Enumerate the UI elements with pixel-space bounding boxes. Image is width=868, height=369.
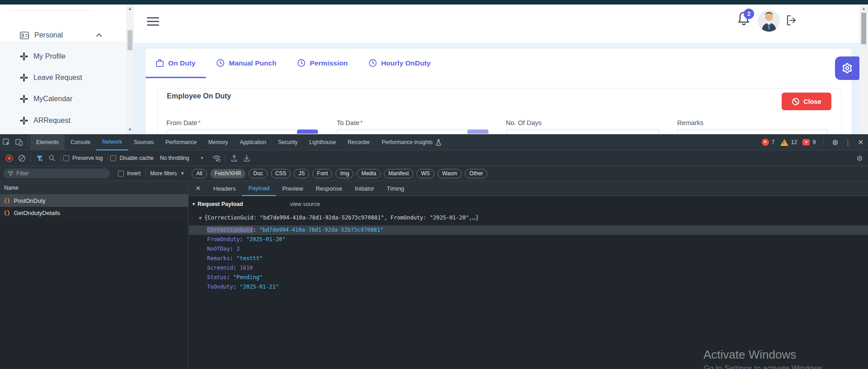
sidebar-item-leave-request[interactable]: Leave Request xyxy=(0,70,126,85)
request-row-postonduty[interactable]: {} PostOnDuty xyxy=(0,195,188,207)
filter-chip-other[interactable]: Other xyxy=(465,169,487,178)
notification-count-badge[interactable]: 2 xyxy=(744,9,754,19)
filter-input-wrap[interactable] xyxy=(3,168,110,178)
sidebar-item-my-profile[interactable]: My Profile xyxy=(0,49,126,64)
error-count-icon[interactable]: ✕ xyxy=(762,139,769,146)
request-list-name-header[interactable]: Name xyxy=(0,181,188,195)
tab-permission[interactable]: Permission xyxy=(297,59,348,67)
filter-funnel-icon[interactable] xyxy=(33,152,46,164)
clear-network-log-icon[interactable] xyxy=(15,152,28,164)
to-date-input[interactable] xyxy=(337,129,489,134)
invert-checkbox[interactable] xyxy=(118,171,124,177)
tab-manual-punch[interactable]: Manual Punch xyxy=(216,59,276,67)
scroll-up-arrow-icon[interactable]: ▲ xyxy=(859,5,868,12)
avatar[interactable] xyxy=(758,10,780,32)
filter-chip-media[interactable]: Media xyxy=(357,169,381,178)
page-scrollbar[interactable]: ▲ xyxy=(859,5,868,134)
devtools-tab-network[interactable]: Network xyxy=(96,135,128,150)
preserve-log-label[interactable]: Preserve log xyxy=(72,155,103,161)
from-date-picker-button[interactable] xyxy=(297,130,318,134)
devtools-settings-gear-icon[interactable] xyxy=(829,136,841,149)
throttling-select[interactable]: No throttling xyxy=(160,155,189,161)
inspect-element-icon[interactable] xyxy=(0,136,13,149)
filter-chip-fetch-xhr[interactable]: Fetch/XHR xyxy=(210,169,246,178)
scroll-down-arrow-icon[interactable]: ▼ xyxy=(126,126,134,133)
invert-label[interactable]: Invert xyxy=(127,170,141,177)
to-date-picker-button[interactable] xyxy=(467,130,488,134)
warning-count[interactable]: 12 xyxy=(791,139,797,145)
remarks-input[interactable] xyxy=(677,129,828,134)
detail-tab-headers[interactable]: Headers xyxy=(207,181,242,196)
filter-chip-manifest[interactable]: Manifest xyxy=(384,169,413,178)
filter-chip-ws[interactable]: WS xyxy=(416,169,434,178)
devtools-tab-application[interactable]: Application xyxy=(234,135,272,150)
filter-chip-wasm[interactable]: Wasm xyxy=(438,169,462,178)
issues-icon[interactable]: ✕ xyxy=(802,139,810,145)
tab-on-duty[interactable]: On Duty xyxy=(156,59,195,67)
detail-tab-payload[interactable]: Payload xyxy=(242,181,276,196)
sidebar-item-mycalendar[interactable]: MyCalendar xyxy=(0,91,126,107)
no-of-days-input[interactable] xyxy=(506,129,659,134)
more-filters-caret-icon[interactable]: ▼ xyxy=(180,171,184,176)
record-network-log-icon[interactable] xyxy=(3,152,15,164)
sidebar-item-arrequest[interactable]: ARRequest xyxy=(0,113,126,128)
payload-entry-status[interactable]: Status: "Pending" xyxy=(189,273,868,282)
filter-chip-img[interactable]: Img xyxy=(335,169,354,178)
warning-count-icon[interactable] xyxy=(780,139,788,146)
filter-chip-font[interactable]: Font xyxy=(312,169,332,178)
view-source-link[interactable]: view source xyxy=(290,201,320,207)
network-conditions-icon[interactable] xyxy=(210,152,223,164)
devtools-tab-recorder[interactable]: Recorder xyxy=(342,135,376,150)
devtools-tab-console[interactable]: Console xyxy=(65,135,96,150)
error-count[interactable]: 7 xyxy=(772,139,775,145)
preserve-log-checkbox[interactable] xyxy=(63,155,69,161)
payload-entry-fromonduty[interactable]: FromOnduty: "2025-01-20" xyxy=(189,235,868,244)
close-button[interactable]: Close xyxy=(782,93,831,110)
throttling-caret-icon[interactable]: ▼ xyxy=(200,156,204,160)
devtools-tab-performance-insights[interactable]: Performance insights xyxy=(376,135,448,150)
detail-pane-close-icon[interactable]: ✕ xyxy=(189,185,207,192)
devtools-tab-lighthouse[interactable]: Lighthouse xyxy=(303,135,342,150)
tab-hourly-onduty[interactable]: Hourly OnDuty xyxy=(368,59,430,67)
settings-gear-button[interactable] xyxy=(835,56,859,80)
devtools-tab-security[interactable]: Security xyxy=(272,135,303,150)
section-triangle-icon[interactable]: ▼ xyxy=(192,202,196,206)
filter-input[interactable] xyxy=(16,170,93,177)
filter-chip-doc[interactable]: Doc xyxy=(249,169,267,178)
devtools-close-icon[interactable]: ✕ xyxy=(858,138,863,146)
search-icon[interactable] xyxy=(46,152,58,164)
export-har-icon[interactable] xyxy=(241,152,253,164)
hamburger-menu-icon[interactable] xyxy=(147,17,159,26)
devtools-tab-performance[interactable]: Performance xyxy=(160,135,203,150)
issues-count[interactable]: 9 xyxy=(812,139,816,145)
from-date-input[interactable] xyxy=(166,129,318,134)
detail-tab-preview[interactable]: Preview xyxy=(276,181,309,196)
detail-tab-initiator[interactable]: Initiator xyxy=(349,181,381,196)
devtools-tab-memory[interactable]: Memory xyxy=(203,135,234,150)
device-toolbar-icon[interactable] xyxy=(13,136,25,149)
detail-tab-timing[interactable]: Timing xyxy=(381,181,411,196)
payload-entry-toonduty[interactable]: ToOnduty: "2025-01-21" xyxy=(189,282,868,292)
logout-icon[interactable] xyxy=(785,14,797,27)
payload-preview-line[interactable]: ▼{CorrectionGuid: "bd7de994-410a-78d1-92… xyxy=(199,215,479,221)
devtools-tab-sources[interactable]: Sources xyxy=(128,135,160,150)
payload-entry-correctionguid[interactable]: CorrectionGuid: "bd7de994-410a-78d1-92da… xyxy=(189,225,868,235)
chevron-up-icon[interactable] xyxy=(95,31,103,39)
network-settings-gear-icon[interactable] xyxy=(855,152,868,164)
filter-chip-all[interactable]: All xyxy=(192,169,207,178)
payload-entry-remarks[interactable]: Remarks: "testtt" xyxy=(189,254,868,263)
devtools-kebab-menu-icon[interactable]: ⋮ xyxy=(844,138,851,147)
import-har-icon[interactable] xyxy=(228,152,241,164)
payload-entry-noofday[interactable]: NoOfDay: 2 xyxy=(189,244,868,254)
detail-tab-response[interactable]: Response xyxy=(309,181,349,196)
scroll-up-arrow-icon[interactable]: ▲ xyxy=(126,5,134,12)
devtools-tab-elements[interactable]: Elements xyxy=(30,135,65,150)
filter-chip-css[interactable]: CSS xyxy=(271,169,291,178)
payload-entry-screenid[interactable]: Screenid: 1610 xyxy=(189,263,868,273)
sidebar-scrollbar[interactable]: ▲ ▼ xyxy=(126,5,134,134)
more-filters-button[interactable]: More filters xyxy=(150,170,177,177)
disable-cache-checkbox[interactable] xyxy=(110,155,116,161)
filter-chip-js[interactable]: JS xyxy=(294,169,309,178)
page-scrollbar-thumb[interactable] xyxy=(861,13,866,44)
sidebar-scrollbar-thumb[interactable] xyxy=(127,30,132,50)
